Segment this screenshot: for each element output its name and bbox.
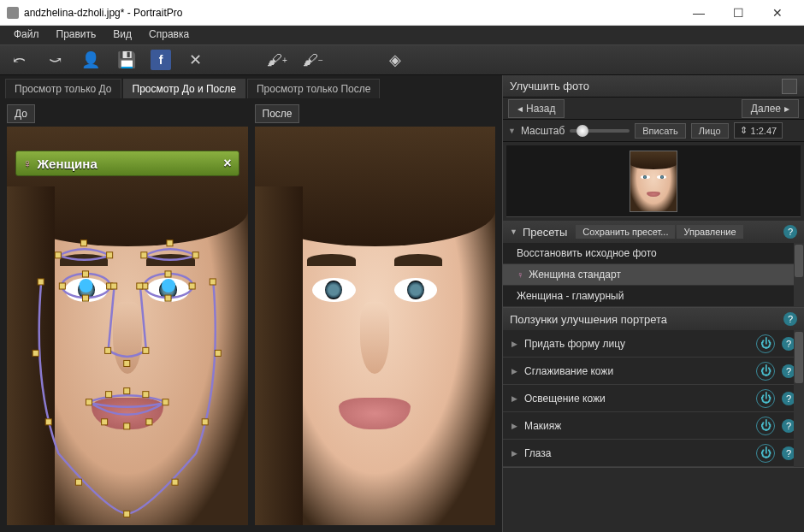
layers-button[interactable]: ◈ (383, 48, 407, 72)
panel-header: Улучшить фото (503, 75, 804, 98)
power-toggle[interactable]: ⏻ (756, 389, 775, 408)
help-icon[interactable]: ? (783, 225, 797, 239)
save-button[interactable]: 💾 (115, 48, 139, 72)
svg-rect-28 (102, 419, 108, 425)
facebook-button[interactable]: f (151, 50, 171, 70)
svg-rect-26 (143, 392, 149, 398)
arrow-left-icon: ◂ (517, 103, 523, 115)
manage-presets-button[interactable]: Управление (677, 225, 742, 239)
svg-rect-20 (105, 347, 111, 353)
face-mesh-overlay[interactable] (7, 127, 247, 522)
sliders-section: Ползунки улучшения портрета ? ▶ Придать … (503, 308, 804, 468)
tab-after-only[interactable]: Просмотр только После (247, 79, 381, 98)
svg-rect-11 (82, 271, 88, 277)
chevron-right-icon: ▶ (511, 422, 517, 430)
svg-rect-10 (59, 283, 65, 289)
sliders-title: Ползунки улучшения портрета (510, 313, 667, 326)
svg-rect-19 (137, 283, 143, 289)
save-preset-button[interactable]: Сохранить пресет... (576, 225, 675, 239)
scale-row: ▼ Масштаб Вписать Лицо ⇕1:2.47 (503, 120, 804, 142)
close-button[interactable]: ✕ (758, 0, 797, 26)
add-person-button[interactable]: 👤 (79, 48, 103, 72)
after-column: После (255, 104, 496, 525)
power-toggle[interactable]: ⏻ (756, 334, 775, 353)
svg-rect-4 (55, 252, 61, 258)
slider-scrollbar[interactable] (794, 330, 804, 467)
undo-button[interactable]: ⤺ (7, 48, 31, 72)
svg-rect-16 (189, 283, 195, 289)
power-toggle[interactable]: ⏻ (756, 362, 775, 381)
preset-female-glamour[interactable]: Женщина - гламурный (503, 286, 804, 307)
preset-scrollbar[interactable] (794, 243, 804, 307)
slider-eyes[interactable]: ▶ Глаза ⏻ ? (503, 440, 804, 467)
presets-header[interactable]: ▼ Пресеты Сохранить пресет... Управление… (503, 221, 804, 243)
scale-slider[interactable] (570, 129, 630, 133)
mesh-control-points[interactable] (33, 240, 221, 517)
gender-badge[interactable]: ♀ Женщина × (15, 151, 239, 176)
controls-pane: Улучшить фото ◂Назад Далее▸ ▼ Масштаб Вп… (502, 75, 804, 532)
slider-face-shape[interactable]: ▶ Придать форму лицу ⏻ ? (503, 330, 804, 358)
view-tabs: Просмотр только До Просмотр До и После П… (0, 75, 502, 98)
minimize-button[interactable]: — (679, 0, 718, 26)
svg-rect-32 (210, 279, 216, 285)
maximize-button[interactable]: ☐ (718, 0, 758, 26)
after-photo[interactable] (255, 127, 496, 525)
female-icon: ♀ (517, 269, 523, 280)
svg-rect-31 (38, 279, 44, 285)
brush-remove-button[interactable]: 🖌− (301, 48, 325, 72)
window-title: andzhelina-dzholi.jpg* - PortraitPro (24, 7, 679, 19)
svg-rect-29 (124, 423, 130, 429)
cancel-button[interactable]: ✕ (183, 48, 207, 72)
svg-rect-23 (86, 399, 92, 405)
preview-pane: Просмотр только До Просмотр До и После П… (0, 75, 502, 532)
before-column: До (7, 104, 248, 525)
menu-file[interactable]: Файл (5, 26, 48, 44)
slider-skin-smoothing[interactable]: ▶ Сглаживание кожи ⏻ ? (503, 358, 804, 385)
svg-rect-33 (33, 350, 38, 356)
after-label: После (255, 104, 300, 123)
svg-rect-27 (163, 399, 168, 405)
svg-rect-37 (75, 479, 81, 485)
face-button[interactable]: Лицо (691, 123, 729, 139)
svg-rect-17 (165, 295, 171, 301)
next-button[interactable]: Далее▸ (742, 99, 799, 118)
fit-button[interactable]: Вписать (635, 123, 686, 139)
before-photo[interactable]: ♀ Женщина × (7, 127, 248, 525)
zoom-ratio[interactable]: ⇕1:2.47 (734, 122, 783, 139)
svg-rect-25 (124, 388, 130, 394)
workspace: Просмотр только До Просмотр До и После П… (0, 75, 804, 532)
sliders-header: Ползунки улучшения портрета ? (503, 308, 804, 330)
svg-rect-13 (82, 295, 88, 301)
help-icon[interactable]: ? (783, 312, 797, 326)
updown-icon: ⇕ (740, 125, 748, 136)
app-icon (7, 7, 19, 19)
svg-rect-30 (146, 419, 152, 425)
titlebar: andzhelina-dzholi.jpg* - PortraitPro — ☐… (0, 0, 804, 26)
slider-skin-lighting[interactable]: ▶ Освещение кожи ⏻ ? (503, 385, 804, 412)
face-thumbnail[interactable] (630, 151, 677, 212)
redo-button[interactable]: ⤻ (43, 48, 67, 72)
panel-menu-button[interactable] (782, 79, 797, 94)
preset-female-standard[interactable]: ♀Женщина стандарт (503, 264, 804, 286)
preset-restore-original[interactable]: Восстановить исходное фото (503, 243, 804, 264)
thumbnail-strip[interactable] (506, 145, 801, 217)
slider-makeup[interactable]: ▶ Макияж ⏻ ? (503, 412, 804, 440)
svg-point-2 (79, 279, 92, 293)
svg-rect-24 (106, 392, 112, 398)
svg-rect-9 (192, 252, 198, 258)
gender-badge-close[interactable]: × (223, 156, 231, 171)
menu-edit[interactable]: Править (48, 26, 105, 44)
power-toggle[interactable]: ⏻ (756, 417, 775, 435)
svg-rect-7 (141, 252, 147, 258)
menu-view[interactable]: Вид (104, 26, 140, 44)
power-toggle[interactable]: ⏻ (756, 444, 775, 463)
menu-help[interactable]: Справка (140, 26, 198, 44)
svg-rect-8 (167, 240, 173, 246)
nav-row: ◂Назад Далее▸ (503, 98, 804, 120)
tab-before-only[interactable]: Просмотр только До (5, 79, 121, 98)
back-button[interactable]: ◂Назад (508, 99, 565, 118)
brush-add-button[interactable]: 🖌+ (265, 48, 289, 72)
chevron-down-icon: ▼ (510, 228, 517, 236)
chevron-down-icon: ▼ (508, 127, 516, 135)
tab-before-after[interactable]: Просмотр До и После (123, 79, 245, 98)
